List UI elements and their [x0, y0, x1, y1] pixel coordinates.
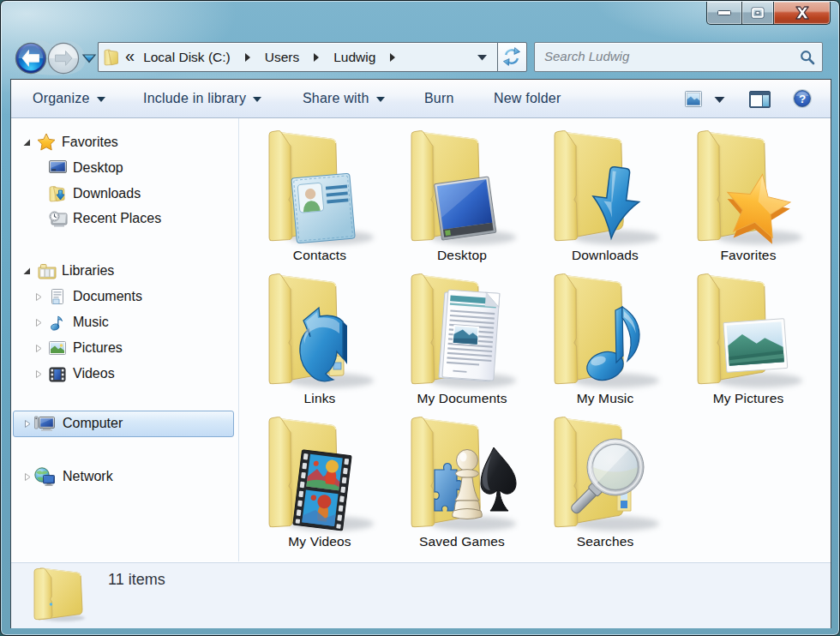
svg-text:?: ?	[799, 93, 806, 105]
